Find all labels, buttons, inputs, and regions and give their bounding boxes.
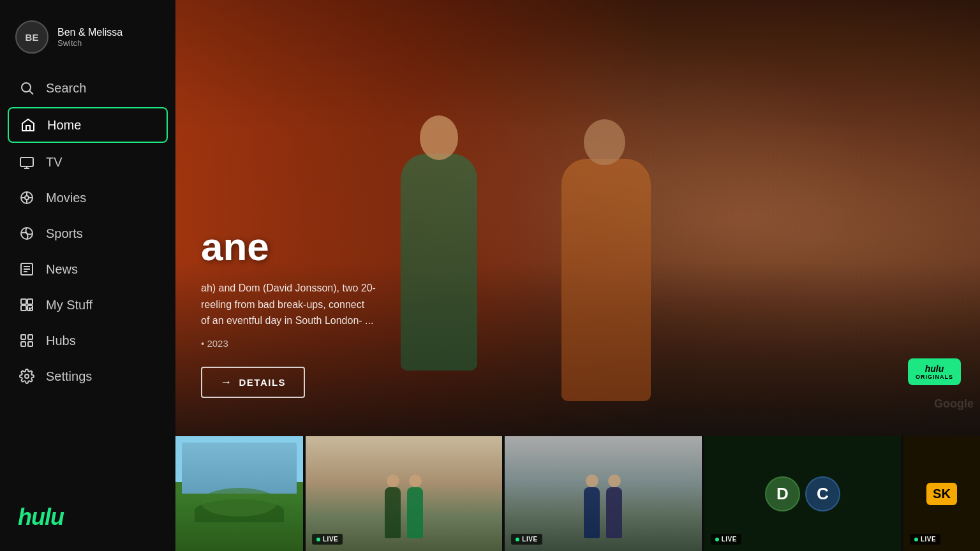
- hero-title: ane: [201, 225, 376, 268]
- sidebar-item-news[interactable]: News: [8, 253, 168, 286]
- live-badge-4: LIVE: [711, 534, 741, 545]
- live-dot-icon-5: [914, 538, 918, 541]
- live-label-5: LIVE: [921, 536, 936, 543]
- details-label: DETAILS: [239, 377, 286, 388]
- svg-rect-18: [27, 299, 33, 304]
- sidebar-item-search[interactable]: Search: [8, 71, 168, 105]
- live-label-4: LIVE: [722, 536, 737, 543]
- sidebar-item-label-settings: Settings: [46, 369, 92, 384]
- thumbnail-3[interactable]: LIVE: [505, 436, 701, 551]
- live-dot-icon: [316, 538, 320, 541]
- svg-rect-17: [21, 299, 26, 304]
- c-logo: C: [805, 476, 840, 511]
- nav-menu: Search Home TV: [0, 71, 175, 491]
- user-name: Ben & Melissa: [57, 27, 122, 38]
- hulu-logo: hulu: [18, 504, 64, 530]
- sidebar-item-label-tv: TV: [46, 155, 63, 170]
- thumbnail-5[interactable]: SK LIVE: [903, 436, 980, 551]
- live-dot-icon-4: [715, 538, 719, 541]
- d-logo: D: [765, 476, 800, 511]
- live-badge-2: LIVE: [312, 534, 343, 545]
- sk-badge: SK: [926, 483, 957, 505]
- sidebar-item-label-movies: Movies: [46, 191, 86, 205]
- hulu-logo-container: hulu: [0, 491, 175, 551]
- sidebar-item-label-home: Home: [47, 118, 81, 133]
- svg-line-1: [30, 91, 34, 95]
- search-icon: [18, 79, 36, 97]
- golfer-silhouette-3: [584, 487, 600, 538]
- svg-rect-19: [21, 305, 26, 311]
- sidebar-item-mystuff[interactable]: My Stuff: [8, 288, 168, 321]
- hero-section: ane ah) and Dom (David Jonsson), two 20-…: [175, 0, 980, 436]
- user-switch-label[interactable]: Switch: [57, 38, 122, 48]
- svg-rect-24: [28, 342, 33, 346]
- settings-icon: [18, 367, 36, 385]
- svg-point-25: [25, 374, 29, 378]
- hero-meta: • 2023: [201, 338, 376, 349]
- sidebar-item-hubs[interactable]: Hubs: [8, 324, 168, 357]
- thumbnail-4[interactable]: D C LIVE: [704, 436, 901, 551]
- sidebar-item-label-search: Search: [46, 81, 86, 96]
- sidebar-item-home[interactable]: Home: [8, 107, 168, 143]
- hero-description: ah) and Dom (David Jonsson), two 20- ree…: [201, 280, 376, 329]
- sports-icon: [18, 224, 36, 242]
- svg-point-7: [25, 196, 29, 200]
- hubs-icon: [18, 332, 36, 349]
- svg-rect-23: [21, 342, 26, 346]
- home-icon: [19, 116, 37, 134]
- hulu-originals-badge: hulu ORIGINALS: [908, 358, 961, 385]
- hero-content: ane ah) and Dom (David Jonsson), two 20-…: [175, 225, 401, 398]
- sidebar-item-label-news: News: [46, 262, 78, 277]
- golfer-silhouette-4: [606, 487, 622, 538]
- svg-rect-3: [20, 158, 33, 166]
- news-icon: [18, 260, 36, 278]
- sidebar-item-movies[interactable]: Movies: [8, 181, 168, 214]
- golfer-silhouette-2: [407, 487, 423, 538]
- badge-hulu-text: hulu: [925, 364, 944, 374]
- user-info: Ben & Melissa Switch: [57, 27, 122, 48]
- live-label-3: LIVE: [522, 536, 537, 543]
- main-content: ane ah) and Dom (David Jonsson), two 20-…: [175, 0, 980, 551]
- thumbnails-row: LIVE LIVE D C LIVE: [175, 436, 980, 551]
- user-section[interactable]: BE Ben & Melissa Switch: [0, 0, 175, 71]
- live-label-2: LIVE: [323, 536, 338, 543]
- details-arrow-icon: →: [220, 376, 233, 389]
- sidebar-item-settings[interactable]: Settings: [8, 360, 168, 393]
- avatar[interactable]: BE: [15, 20, 48, 54]
- badge-originals-text: ORIGINALS: [916, 374, 953, 380]
- tv-icon: [18, 153, 36, 171]
- live-badge-5: LIVE: [910, 534, 940, 545]
- svg-point-0: [22, 83, 31, 92]
- movies-icon: [18, 189, 36, 207]
- svg-rect-21: [21, 335, 26, 339]
- sidebar-item-label-mystuff: My Stuff: [46, 298, 93, 312]
- details-button[interactable]: → DETAILS: [201, 367, 305, 398]
- live-dot-icon-3: [516, 538, 519, 541]
- sidebar-item-tv[interactable]: TV: [8, 145, 168, 179]
- svg-rect-2: [26, 126, 30, 131]
- sidebar: BE Ben & Melissa Switch Search: [0, 0, 175, 551]
- golfer-silhouette-1: [385, 487, 401, 538]
- sidebar-item-label-hubs: Hubs: [46, 334, 76, 348]
- mystuff-icon: [18, 296, 36, 314]
- thumbnail-1[interactable]: [175, 436, 303, 551]
- watermark: Google: [934, 397, 974, 411]
- svg-rect-22: [28, 335, 33, 339]
- thumbnail-2[interactable]: LIVE: [306, 436, 502, 551]
- live-badge-3: LIVE: [511, 534, 542, 545]
- sidebar-item-sports[interactable]: Sports: [8, 217, 168, 250]
- sidebar-item-label-sports: Sports: [46, 226, 83, 241]
- thumb1-bg: [175, 436, 303, 551]
